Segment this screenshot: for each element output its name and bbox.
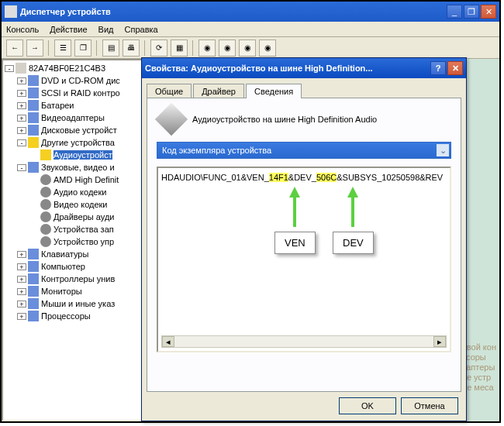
horizontal-scrollbar[interactable]: ◂ ▸ <box>161 335 447 348</box>
category-icon <box>40 174 51 185</box>
category-icon <box>28 125 39 136</box>
dialog-titlebar: Свойства: Аудиоустройство на шине High D… <box>142 58 466 78</box>
tree-item[interactable]: Устройство упр <box>29 235 146 248</box>
expander-icon[interactable]: + <box>17 288 26 295</box>
tree-label: SCSI и RAID контро <box>41 88 120 98</box>
tree-item[interactable]: +Батареи <box>17 99 146 112</box>
tree-item[interactable]: +Дисковые устройст <box>17 124 146 136</box>
tree-item[interactable]: -Другие устройства <box>17 136 146 149</box>
tree-item[interactable]: +SCSI и RAID контро <box>17 87 146 99</box>
tree-item[interactable]: +Мыши и иные указ <box>17 297 146 310</box>
maximize-button[interactable]: ❐ <box>464 5 479 19</box>
tree-label: Драйверы ауди <box>54 212 114 222</box>
tree-item[interactable]: AMD High Definit <box>29 173 146 186</box>
back-button[interactable]: ← <box>6 40 23 57</box>
expander-icon[interactable]: + <box>17 263 26 270</box>
category-icon <box>28 273 39 284</box>
tb-7[interactable]: ◉ <box>198 40 216 57</box>
tb-6[interactable]: ▦ <box>171 40 188 57</box>
category-icon <box>16 63 26 74</box>
tb-8[interactable]: ◉ <box>219 40 236 57</box>
category-icon <box>40 224 51 235</box>
dev-annotation: DEV <box>333 187 374 254</box>
expander-icon[interactable]: + <box>17 127 26 134</box>
expander-icon[interactable]: + <box>17 313 26 320</box>
category-icon <box>28 286 39 297</box>
tab-details[interactable]: Сведения <box>246 84 302 98</box>
tree-item[interactable]: Аудиоустройст <box>29 149 146 161</box>
close-button[interactable]: ✕ <box>481 5 496 19</box>
ok-button[interactable]: OK <box>339 397 396 414</box>
expander-icon[interactable]: + <box>17 115 26 122</box>
cancel-button[interactable]: Отмена <box>401 397 458 414</box>
scroll-left-button[interactable]: ◂ <box>162 336 174 347</box>
category-icon <box>40 211 51 222</box>
tree-item[interactable]: +Мониторы <box>17 285 146 297</box>
combo-value: Код экземпляра устройства <box>162 146 271 155</box>
expander-icon[interactable]: - <box>17 164 26 171</box>
tb-3[interactable]: ▤ <box>102 40 119 57</box>
scroll-right-button[interactable]: ▸ <box>433 336 446 347</box>
expander-icon[interactable]: + <box>17 77 26 84</box>
expander-icon[interactable]: + <box>17 276 26 283</box>
tb-5[interactable]: ⟳ <box>150 40 167 57</box>
expander-icon[interactable]: + <box>17 251 26 258</box>
menubar: Консоль Действие Вид Справка <box>2 22 499 37</box>
menu-view[interactable]: Вид <box>98 25 114 34</box>
tab-general[interactable]: Общие <box>147 84 192 98</box>
category-icon <box>28 75 39 86</box>
tree-item[interactable]: +Видеоадаптеры <box>17 112 146 124</box>
property-combo[interactable]: Код экземпляра устройства ⌄ <box>157 142 451 159</box>
category-icon <box>40 236 51 247</box>
tree-label: Компьютер <box>41 262 85 271</box>
tree-item[interactable]: Устройства зап <box>29 223 146 235</box>
tree-label: Клавиатуры <box>41 249 88 259</box>
dialog-help-button[interactable]: ? <box>430 61 446 75</box>
tree-label: Батареи <box>41 101 74 110</box>
expander-icon[interactable]: - <box>5 65 14 72</box>
tree-label: DVD и CD-ROM дис <box>41 76 120 85</box>
tree-item[interactable]: -Звуковые, видео и <box>17 161 146 173</box>
tree-label: Процессоры <box>41 311 91 321</box>
tree-label: Дисковые устройст <box>41 125 117 135</box>
category-icon <box>28 162 39 173</box>
expander-icon[interactable]: + <box>17 301 26 307</box>
tb-2[interactable]: ❐ <box>74 40 91 57</box>
expander-icon[interactable]: + <box>17 102 26 109</box>
tree-item[interactable]: +DVD и CD-ROM дис <box>17 74 146 87</box>
tree-item[interactable]: +Процессоры <box>17 310 146 322</box>
tree-label: Мониторы <box>41 287 82 296</box>
tree-item[interactable]: Драйверы ауди <box>29 211 146 223</box>
ven-highlight: 14F1 <box>269 173 288 182</box>
category-icon <box>28 298 39 309</box>
minimize-button[interactable]: _ <box>447 5 462 19</box>
tree-label: AMD High Definit <box>54 175 119 184</box>
menu-action[interactable]: Действие <box>50 25 87 34</box>
value-listbox[interactable]: HDAUDIO\FUNC_01&VEN_14F1&DEV_506C&SUBSYS… <box>157 167 451 352</box>
tree-item[interactable]: Аудио кодеки <box>29 186 146 198</box>
tree-item[interactable]: +Компьютер <box>17 260 146 273</box>
device-icon <box>155 103 188 136</box>
tree-label: Устройства зап <box>54 225 114 234</box>
tree-item[interactable]: +Клавиатуры <box>17 248 146 260</box>
tree-item[interactable]: +Контроллеры унив <box>17 273 146 285</box>
expander-icon[interactable]: - <box>17 139 26 146</box>
tb-10[interactable]: ◉ <box>259 40 276 57</box>
main-title: Диспетчер устройств <box>20 7 445 16</box>
device-tree[interactable]: -82A74BF0E21C4B3+DVD и CD-ROM дис+SCSI и… <box>2 59 149 421</box>
tab-driver[interactable]: Драйвер <box>193 84 244 98</box>
category-icon <box>28 112 39 123</box>
tree-label: Другие устройства <box>41 138 115 147</box>
menu-help[interactable]: Справка <box>125 25 158 34</box>
menu-console[interactable]: Консоль <box>6 25 39 34</box>
dialog-close-button[interactable]: ✕ <box>447 61 463 75</box>
category-icon <box>28 137 39 148</box>
tb-9[interactable]: ◉ <box>239 40 256 57</box>
tree-label: Видео кодеки <box>54 200 108 209</box>
tb-1[interactable]: ☰ <box>54 40 71 57</box>
fwd-button[interactable]: → <box>26 40 43 57</box>
tb-4[interactable]: 🖶 <box>123 40 140 57</box>
tree-item[interactable]: Видео кодеки <box>29 198 146 211</box>
tree-item[interactable]: -82A74BF0E21C4B3 <box>5 62 146 74</box>
expander-icon[interactable]: + <box>17 90 26 97</box>
